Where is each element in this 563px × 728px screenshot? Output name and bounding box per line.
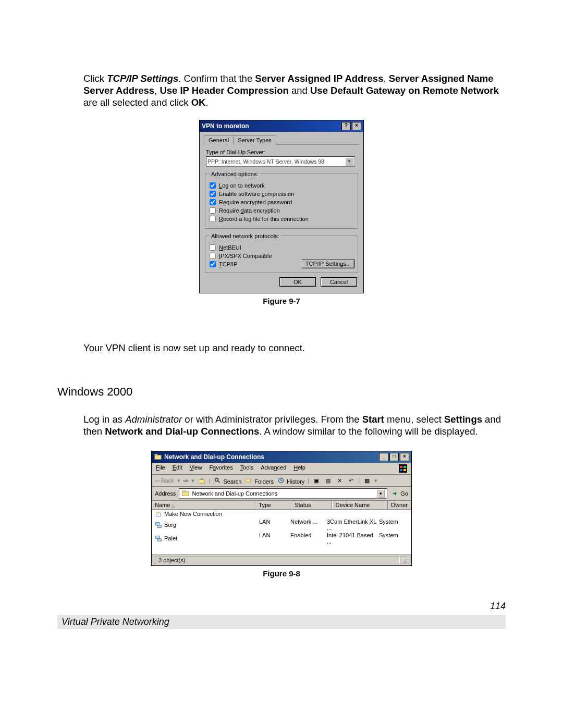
address-label: Address bbox=[155, 490, 176, 497]
paragraph-2: Log in as Administrator or with Administ… bbox=[83, 413, 506, 437]
dialog-title: VPN to moreton bbox=[202, 122, 249, 130]
checkbox-log-on-to-network[interactable]: Log on to network bbox=[210, 182, 354, 189]
delete-icon[interactable]: ✕ bbox=[335, 476, 344, 485]
tab-general[interactable]: General bbox=[204, 135, 234, 145]
col-name[interactable]: Name △ bbox=[152, 501, 255, 509]
minimize-icon[interactable]: _ bbox=[379, 453, 388, 461]
checkbox-require-encrypted-password[interactable]: Require encrypted password bbox=[210, 199, 354, 205]
list-view: Make New ConnectionBorgLANNetwork ...3Co… bbox=[152, 510, 411, 554]
up-icon[interactable] bbox=[198, 476, 206, 485]
col-type[interactable]: Type bbox=[255, 501, 291, 509]
search-button[interactable]: Search bbox=[213, 476, 241, 485]
svg-rect-14 bbox=[156, 513, 161, 516]
checkbox-label: Log on to network bbox=[219, 182, 264, 189]
vpn-dialog: VPN to moreton ? × General Server Types … bbox=[199, 120, 364, 293]
figure-caption-2: Figure 9-8 bbox=[263, 569, 300, 578]
svg-rect-2 bbox=[399, 464, 407, 473]
svg-rect-15 bbox=[156, 523, 160, 525]
maximize-icon[interactable]: □ bbox=[389, 453, 399, 461]
tab-server-types[interactable]: Server Types bbox=[233, 135, 276, 145]
resize-grip-icon[interactable] bbox=[402, 559, 408, 564]
checkbox-require-data-encryption[interactable]: Require data encryption bbox=[210, 207, 354, 214]
server-type-dropdown[interactable]: PPP: Internet, Windows NT Server, Window… bbox=[206, 156, 355, 167]
explorer-title: Network and Dial-up Connections bbox=[164, 453, 264, 461]
tool-icon-2[interactable]: ▤ bbox=[324, 476, 332, 485]
cancel-button[interactable]: Cancel bbox=[321, 277, 357, 287]
svg-rect-6 bbox=[403, 469, 406, 471]
server-type-value: PPP: Internet, Windows NT Server, Window… bbox=[207, 158, 324, 165]
svg-rect-3 bbox=[400, 466, 402, 468]
advanced-legend: Advanced options: bbox=[210, 171, 260, 177]
menu-help[interactable]: Help bbox=[293, 464, 305, 473]
help-icon[interactable]: ? bbox=[341, 122, 351, 130]
checkbox-label: Require data encryption bbox=[219, 207, 280, 214]
tcpip-settings-button[interactable]: TCP/IP Settings... bbox=[302, 259, 354, 268]
col-status[interactable]: Status bbox=[291, 501, 332, 509]
svg-rect-7 bbox=[199, 480, 204, 484]
folder-icon bbox=[154, 453, 162, 461]
figure-caption-1: Figure 9-7 bbox=[263, 297, 300, 305]
checkbox-input[interactable] bbox=[210, 216, 216, 222]
column-headers: Name △ Type Status Device Name Owner bbox=[152, 501, 411, 510]
server-type-label: Type of Dial-Up Server: bbox=[206, 149, 359, 155]
list-item[interactable]: BorgLANNetwork ...3Com EtherLink XL ...S… bbox=[152, 518, 411, 532]
chevron-down-icon[interactable]: ▼ bbox=[345, 157, 353, 166]
views-icon[interactable]: ▦ bbox=[363, 476, 371, 485]
menu-view[interactable]: View bbox=[190, 464, 202, 473]
menu-file[interactable]: File bbox=[156, 464, 165, 473]
svg-rect-16 bbox=[157, 525, 161, 527]
svg-rect-4 bbox=[403, 466, 406, 468]
menu-edit[interactable]: Edit bbox=[173, 464, 182, 473]
history-button[interactable]: History bbox=[277, 476, 304, 485]
explorer-window: Network and Dial-up Connections _ □ × Fi… bbox=[151, 451, 412, 566]
menu-advanced[interactable]: Advanced bbox=[261, 464, 286, 473]
checkbox-netbeui[interactable]: NetBEUI bbox=[210, 244, 354, 251]
undo-icon[interactable]: ↶ bbox=[347, 476, 355, 485]
col-device[interactable]: Device Name bbox=[332, 501, 387, 509]
dialog-titlebar: VPN to moreton ? × bbox=[200, 120, 363, 132]
svg-rect-18 bbox=[157, 539, 161, 541]
list-item[interactable]: PaletLANEnabledIntel 21041 Based ...Syst… bbox=[152, 532, 411, 545]
checkbox-input[interactable] bbox=[210, 244, 216, 251]
svg-rect-5 bbox=[400, 469, 402, 471]
footer-title: Virtual Private Networking bbox=[57, 615, 506, 629]
checkbox-enable-software-compression[interactable]: Enable software compression bbox=[210, 191, 354, 197]
svg-rect-17 bbox=[156, 536, 160, 539]
close-icon[interactable]: × bbox=[352, 122, 361, 130]
ok-button[interactable]: OK bbox=[279, 277, 316, 287]
menu-tools[interactable]: Tools bbox=[240, 464, 254, 473]
checkbox-label: Require encrypted password bbox=[219, 199, 292, 205]
list-item[interactable]: Make New Connection bbox=[152, 510, 411, 518]
tool-icon-1[interactable]: ▣ bbox=[312, 476, 321, 485]
checkbox-input[interactable] bbox=[210, 207, 216, 214]
back-button[interactable]: ⇦ Back bbox=[155, 477, 174, 484]
svg-rect-10 bbox=[246, 479, 251, 482]
allowed-protocols-group: Allowed network protocols: NetBEUIIPX/SP… bbox=[205, 233, 358, 273]
close-icon[interactable]: × bbox=[400, 453, 409, 461]
paragraph-1: Click TCP/IP Settings. Confirm that the … bbox=[83, 72, 506, 108]
checkbox-label: Enable software compression bbox=[219, 191, 294, 197]
forward-button[interactable]: ⇨ bbox=[183, 477, 188, 484]
folders-button[interactable]: Folders bbox=[244, 476, 274, 485]
checkbox-input[interactable] bbox=[210, 199, 216, 205]
go-button[interactable]: Go bbox=[390, 489, 408, 498]
chevron-down-icon[interactable]: ▼ bbox=[376, 489, 385, 498]
checkbox-input[interactable] bbox=[210, 182, 216, 189]
svg-rect-13 bbox=[182, 491, 185, 492]
page-number: 114 bbox=[57, 601, 506, 612]
col-owner[interactable]: Owner bbox=[388, 501, 411, 509]
address-combo[interactable]: Network and Dial-up Connections ▼ bbox=[179, 488, 387, 499]
svg-rect-1 bbox=[155, 454, 157, 456]
checkbox-input[interactable] bbox=[210, 261, 216, 267]
checkbox-label: Record a log file for this connection bbox=[219, 216, 309, 222]
checkbox-record-a-log-file-for-this-connection[interactable]: Record a log file for this connection bbox=[210, 216, 354, 222]
advanced-options-group: Advanced options: Log on to networkEnabl… bbox=[205, 171, 358, 229]
address-value: Network and Dial-up Connections bbox=[192, 490, 277, 497]
checkbox-input[interactable] bbox=[210, 253, 216, 259]
svg-line-21 bbox=[407, 563, 408, 564]
folders-icon bbox=[244, 476, 253, 485]
checkbox-ipx-spx-compatible[interactable]: IPX/SPX Compatible bbox=[210, 253, 354, 259]
checkbox-input[interactable] bbox=[210, 191, 216, 197]
menu-favorites[interactable]: Favorites bbox=[209, 464, 232, 473]
search-icon bbox=[213, 476, 222, 485]
